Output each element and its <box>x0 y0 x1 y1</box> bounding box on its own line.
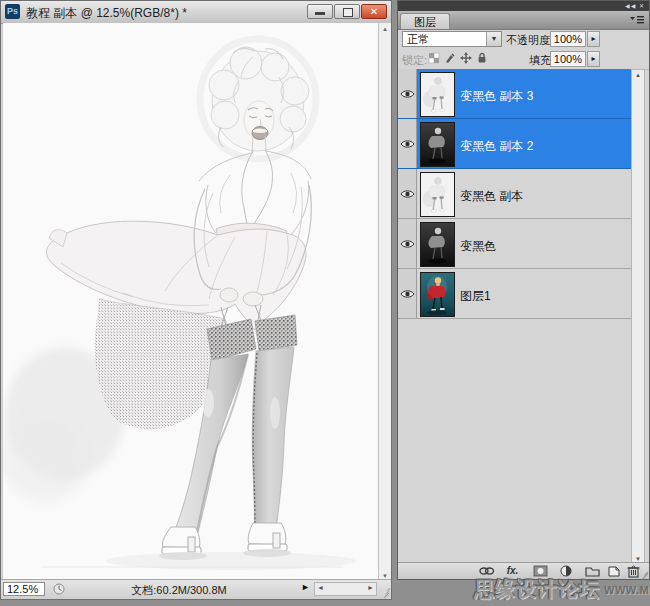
lock-position-icon[interactable] <box>460 52 474 66</box>
scroll-left-icon[interactable]: ◄ <box>317 584 324 591</box>
panel-menu-icon[interactable] <box>629 14 645 25</box>
lock-pixels-brush-icon[interactable] <box>444 52 458 66</box>
visibility-toggle[interactable] <box>398 119 417 168</box>
restore-button[interactable] <box>334 4 360 19</box>
blend-mode-value: 正常 <box>407 33 429 45</box>
layer-row[interactable]: 变黑色 副本 2 <box>398 119 632 169</box>
photoshop-app-icon: Ps <box>5 4 20 19</box>
scroll-up-icon[interactable]: ▲ <box>379 26 391 32</box>
opacity-slider-button[interactable]: ▸ <box>587 31 600 47</box>
sketch-artwork <box>3 23 380 582</box>
document-window: Ps 教程 副本 @ 12.5%(RGB/8*) * ✕ <box>0 0 392 600</box>
layer-name: 变黑色 副本 2 <box>460 138 533 155</box>
eye-icon[interactable] <box>400 189 415 199</box>
minimize-icon <box>315 12 325 15</box>
close-button[interactable]: ✕ <box>361 4 387 19</box>
eye-icon[interactable] <box>400 239 415 249</box>
document-horizontal-scrollbar[interactable]: ◄ ► <box>314 582 377 596</box>
restore-icon <box>343 8 353 17</box>
scroll-up-icon[interactable]: ▲ <box>632 72 644 78</box>
layers-panel: ◀◀ ✕ 图层 正常 ▾ 不透明度: 100% ▸ 锁定: <box>397 0 650 580</box>
blend-mode-select[interactable]: 正常 ▾ <box>402 31 502 47</box>
lock-transparency-icon[interactable] <box>428 52 442 66</box>
layer-row[interactable]: 变黑色 副本 3 <box>398 69 632 119</box>
minimize-button[interactable] <box>307 4 333 19</box>
layer-name: 变黑色 副本 <box>460 188 523 205</box>
layer-name: 图层1 <box>460 288 491 305</box>
visibility-toggle[interactable] <box>398 269 417 318</box>
document-size-info: 文档:60.2M/300.8M <box>99 583 259 598</box>
panel-tab-bar: 图层 <box>398 11 649 30</box>
canvas[interactable] <box>3 23 380 582</box>
watermark-site-name: 思缘设计论坛 <box>474 578 600 600</box>
document-vertical-scrollbar[interactable]: ▲ ▼ <box>378 23 391 582</box>
tab-layers[interactable]: 图层 <box>400 13 450 29</box>
fill-value-field[interactable]: 100% <box>550 51 586 67</box>
layer-name: 变黑色 副本 3 <box>460 88 533 105</box>
opacity-value-field[interactable]: 100% <box>550 31 586 47</box>
layer-name: 变黑色 <box>460 238 496 255</box>
lock-all-icon[interactable] <box>476 52 490 66</box>
blend-options-row: 正常 ▾ 不透明度: 100% ▸ <box>398 29 649 49</box>
layer-row[interactable]: 变黑色 <box>398 219 632 269</box>
eye-icon[interactable] <box>400 139 415 149</box>
layer-list: 变黑色 副本 3 变黑色 副本 2 <box>398 69 649 319</box>
status-popup-arrow-icon[interactable]: ► <box>301 582 310 592</box>
layer-thumbnail[interactable] <box>420 272 455 317</box>
document-titlebar[interactable]: Ps 教程 副本 @ 12.5%(RGB/8*) * ✕ <box>1 1 391 24</box>
status-bar: 12.5% 文档:60.2M/300.8M ► ◄ ► <box>1 579 391 599</box>
watermark: 思缘设计论坛WWW.MISSYUAN.COM <box>474 576 650 603</box>
lock-label: 锁定: <box>402 53 427 68</box>
window-resize-grip[interactable] <box>378 583 390 598</box>
eye-icon[interactable] <box>400 89 415 99</box>
clock-icon <box>53 583 65 595</box>
eye-icon[interactable] <box>400 289 415 299</box>
opacity-label: 不透明度: <box>506 33 553 48</box>
visibility-toggle[interactable] <box>398 69 417 118</box>
layer-list-empty-area <box>398 319 649 565</box>
document-title: 教程 副本 @ 12.5%(RGB/8*) * <box>26 5 187 22</box>
visibility-toggle[interactable] <box>398 169 417 218</box>
layer-thumbnail[interactable] <box>420 172 455 217</box>
panel-scrollbar[interactable]: ▲ ▼ <box>631 69 645 565</box>
layer-row[interactable]: 图层1 <box>398 269 632 319</box>
watermark-site-url: WWW.MISSYUAN.COM <box>604 584 650 596</box>
zoom-level-field[interactable]: 12.5% <box>3 582 45 596</box>
scroll-right-icon[interactable]: ► <box>367 584 374 591</box>
panel-group-titlebar: ◀◀ ✕ <box>398 1 649 11</box>
lock-options-row: 锁定: 填充: 100% ▸ <box>398 49 649 70</box>
chevron-down-icon[interactable]: ▾ <box>486 32 501 46</box>
layer-thumbnail[interactable] <box>420 122 455 167</box>
collapse-panel-icon[interactable]: ◀◀ ✕ <box>625 3 645 9</box>
layer-thumbnail[interactable] <box>420 222 455 267</box>
layer-thumbnail[interactable] <box>420 72 455 117</box>
layer-row[interactable]: 变黑色 副本 <box>398 169 632 219</box>
fill-slider-button[interactable]: ▸ <box>587 51 600 67</box>
visibility-toggle[interactable] <box>398 219 417 268</box>
